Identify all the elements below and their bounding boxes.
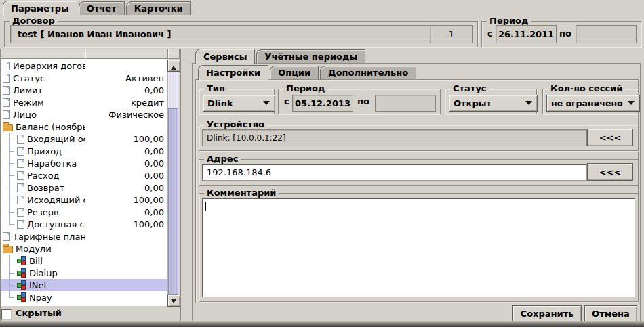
tree-item-name: Лицо <box>1 110 85 120</box>
chevron-down-icon <box>525 101 532 108</box>
service-period-from-field[interactable]: 05.12.2013 <box>292 95 353 112</box>
tree-item-tariff-plans[interactable]: Тарифные планы <box>1 230 167 242</box>
tree-item-name: Bill <box>1 255 85 267</box>
cancel-button[interactable]: Отмена <box>584 305 637 322</box>
doc-icon <box>17 171 24 180</box>
tree-item-hierarchy[interactable]: Иерархия догово <box>1 60 167 72</box>
contract-tree: Иерархия договоСтатусАктивенЛимит0,00Реж… <box>1 60 167 303</box>
panel-splitter[interactable] <box>181 49 190 321</box>
tree-item-bill[interactable]: Bill <box>1 255 167 267</box>
contract-title-field[interactable]: test [ Иванов Иван Иванович ] <box>10 25 433 43</box>
tree-item-modules[interactable]: Модули <box>1 242 167 255</box>
tree-item-expense[interactable]: Расход0,00 <box>1 169 167 181</box>
text-caret <box>205 202 206 211</box>
tree-item-name: Режим <box>1 97 85 108</box>
tree-item-accrued[interactable]: Наработка0,00 <box>1 157 167 169</box>
tree-connector <box>5 279 14 291</box>
device-select-button[interactable]: <<< <box>587 129 633 146</box>
tree-connector <box>5 145 14 157</box>
tree-item-label: Лицо <box>13 110 37 120</box>
type-dropdown[interactable]: Dlink <box>203 95 275 112</box>
sessions-dropdown-value: не ограничено <box>551 98 623 108</box>
contract-group: Договор test [ Иванов Иван Иванович ] 1 <box>4 21 478 47</box>
tree-item-name: Баланс (ноябрь 2 <box>1 122 85 132</box>
address-field[interactable]: 192.168.184.6 <box>202 164 587 181</box>
tree-item-label: Иерархия догово <box>13 61 85 71</box>
status-dropdown[interactable]: Открыт <box>449 95 538 112</box>
tree-item-value: 0,00 <box>85 207 167 217</box>
tab-additional[interactable]: Дополнительно <box>320 66 416 79</box>
address-select-button[interactable]: <<< <box>587 163 633 181</box>
tree-item-name: Входящий ост <box>1 133 85 145</box>
sessions-group: Кол-во сессий не ограничено <box>542 89 639 114</box>
tree-item-balance[interactable]: Баланс (ноябрь 2 <box>1 121 167 133</box>
tree-item-refund[interactable]: Возврат0,00 <box>1 181 167 194</box>
folder-icon <box>3 124 13 131</box>
tree-item-reserve[interactable]: Резерв0,00 <box>1 206 167 218</box>
tree-item-name: Npay <box>1 291 85 303</box>
module-cube-blue <box>21 292 26 297</box>
doc-icon <box>3 62 10 70</box>
tab-options[interactable]: Опции <box>270 66 319 79</box>
tree-item-inet[interactable]: INet <box>1 279 167 291</box>
scrollbar-up-button[interactable] <box>167 60 180 72</box>
contract-count-field[interactable]: 1 <box>430 25 473 43</box>
doc-icon <box>17 159 24 168</box>
tree-item-status[interactable]: СтатусАктивен <box>1 72 167 84</box>
tree-item-dialup[interactable]: Dialup <box>1 267 167 279</box>
scrollbar-down-button[interactable] <box>167 295 180 307</box>
tree-item-limit[interactable]: Лимит0,00 <box>1 84 167 96</box>
tree-item-label: Возврат <box>27 183 64 193</box>
tree-item-label: Приход <box>27 146 62 156</box>
tree-header-cell <box>85 49 168 59</box>
tab-accounting-periods[interactable]: Учётные периоды <box>256 49 365 63</box>
doc-icon <box>17 183 24 192</box>
tree-item-mode[interactable]: Режимкредит <box>1 96 167 108</box>
chevron-down-icon <box>263 101 270 108</box>
tree-connector <box>5 157 14 169</box>
tree-item-label: Баланс (ноябрь 2 <box>16 122 85 132</box>
tree-item-value: Физическое <box>85 110 167 120</box>
tree-connector <box>5 194 14 206</box>
tree-connector <box>5 255 14 267</box>
service-period-to-field[interactable] <box>375 95 436 112</box>
sessions-dropdown[interactable]: не ограничено <box>546 95 640 112</box>
scrollbar-thumb[interactable] <box>168 108 178 295</box>
window-bottom-edge <box>0 321 644 327</box>
period-from-label: с <box>487 28 493 39</box>
tree-item-value: 0,00 <box>85 171 167 181</box>
tree-item-incoming-balance[interactable]: Входящий ост100,00 <box>1 133 167 145</box>
tree-item-label: Доступная су <box>27 219 85 230</box>
type-group-label: Тип <box>204 83 228 94</box>
tree-item-name: Иерархия догово <box>1 61 85 71</box>
tree-item-value: 0,00 <box>85 85 167 95</box>
module-cube-blue <box>21 256 26 261</box>
tree-item-value: 0,00 <box>85 146 167 156</box>
tree-item-name: Расход <box>1 169 85 181</box>
tree-item-available[interactable]: Доступная су100,00 <box>1 218 167 230</box>
tree-item-person[interactable]: ЛицоФизическое <box>1 108 167 121</box>
status-group: Статус Открыт <box>445 89 537 114</box>
tab-cards[interactable]: Карточки <box>126 1 191 15</box>
contract-period-to-field[interactable] <box>576 25 637 43</box>
contract-period-from-field[interactable]: 26.11.2011 <box>496 25 557 43</box>
module-icon <box>17 256 26 265</box>
tree-item-label: Npay <box>29 292 52 303</box>
tree-item-outgoing-balance[interactable]: Исходящий ос100,00 <box>1 194 167 206</box>
tree-item-label: INet <box>29 280 47 290</box>
tree-item-npay[interactable]: Npay <box>1 291 167 303</box>
tab-parameters[interactable]: Параметры <box>3 1 77 16</box>
tree-panel-left-border <box>0 49 1 321</box>
address-group: Адрес 192.168.184.6 <<< <box>199 159 639 186</box>
module-cube-red <box>21 261 26 265</box>
hidden-checkbox[interactable] <box>1 309 12 320</box>
comment-group-label: Комментарий <box>204 188 279 198</box>
tab-services[interactable]: Сервисы <box>195 49 255 64</box>
doc-icon <box>3 74 10 83</box>
tree-item-income[interactable]: Приход0,00 <box>1 145 167 157</box>
comment-textarea[interactable] <box>202 198 635 297</box>
save-button[interactable]: Сохранить <box>512 305 582 322</box>
tab-settings[interactable]: Настройки <box>198 65 268 80</box>
device-field[interactable]: Dlink: [10.0.0.1:22] <box>202 129 587 146</box>
tab-report[interactable]: Отчет <box>79 1 125 15</box>
